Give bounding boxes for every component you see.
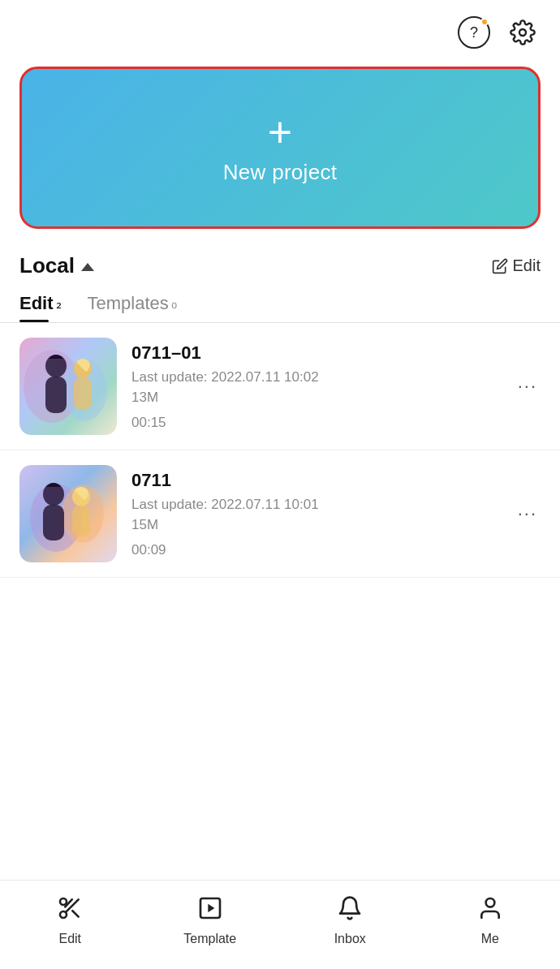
nav-template-label: Template (183, 932, 236, 946)
project-thumbnail[interactable] (19, 465, 117, 562)
local-title-wrap[interactable]: Local (19, 253, 94, 278)
bottom-nav: Edit Template Inbox Me (0, 880, 560, 969)
nav-edit-label: Edit (58, 932, 81, 946)
tab-edit-count: ₂ (56, 295, 62, 312)
nav-inbox-label: Inbox (334, 932, 366, 946)
tab-templates[interactable]: Templates₀ (88, 293, 177, 322)
svg-point-0 (519, 29, 526, 36)
project-more-button[interactable]: ··· (515, 369, 541, 403)
project-thumbnail[interactable] (19, 338, 117, 435)
template-icon (197, 895, 223, 927)
tab-templates-label: Templates (88, 293, 169, 314)
local-section-header: Local Edit (0, 253, 560, 278)
project-info: 0711 Last update: 2022.07.11 10:01 15M 0… (131, 470, 500, 558)
tabs-bar: Edit₂ Templates₀ (0, 293, 560, 323)
nav-item-template[interactable]: Template (140, 895, 281, 954)
project-info: 0711–01 Last update: 2022.07.11 10:02 13… (131, 342, 500, 431)
svg-rect-12 (72, 506, 90, 536)
tab-templates-count: ₀ (171, 295, 177, 312)
project-meta: Last update: 2022.07.11 10:01 15M (131, 494, 500, 536)
tab-edit-label: Edit (19, 293, 54, 314)
new-project-label: New project (223, 160, 338, 185)
chevron-up-icon (81, 263, 94, 271)
nav-item-inbox[interactable]: Inbox (280, 895, 420, 954)
svg-rect-4 (45, 377, 67, 413)
notification-dot (480, 18, 489, 26)
svg-marker-19 (208, 904, 214, 913)
nav-item-edit[interactable]: Edit (0, 895, 140, 954)
settings-button[interactable] (505, 15, 541, 50)
thumbnail-image-2 (19, 465, 117, 562)
scissors-icon (57, 895, 83, 927)
header: ? (0, 0, 560, 58)
edit-label: Edit (513, 256, 541, 275)
svg-point-20 (485, 898, 494, 907)
local-edit-button[interactable]: Edit (492, 256, 541, 275)
bell-icon (337, 895, 363, 927)
svg-rect-6 (74, 377, 92, 410)
local-title: Local (19, 253, 75, 278)
project-duration: 00:15 (131, 415, 500, 431)
thumbnail-decoration (19, 338, 117, 435)
nav-item-me[interactable]: Me (420, 895, 561, 954)
svg-point-13 (60, 898, 67, 905)
svg-rect-10 (43, 505, 64, 540)
help-button[interactable]: ? (456, 15, 492, 50)
project-meta: Last update: 2022.07.11 10:02 13M (131, 367, 500, 408)
svg-line-16 (73, 911, 79, 916)
project-list: 0711–01 Last update: 2022.07.11 10:02 13… (0, 323, 560, 578)
tab-edit[interactable]: Edit₂ (19, 293, 62, 322)
project-item: 0711–01 Last update: 2022.07.11 10:02 13… (0, 323, 560, 450)
thumbnail-image-1 (19, 338, 117, 435)
nav-me-label: Me (481, 932, 499, 946)
project-name: 0711 (131, 470, 500, 491)
thumbnail-decoration (19, 465, 117, 562)
project-duration: 00:09 (131, 542, 500, 558)
user-icon (477, 895, 503, 927)
plus-icon: + (268, 111, 292, 153)
edit-pencil-icon (492, 258, 508, 274)
project-name: 0711–01 (131, 342, 500, 364)
project-item: 0711 Last update: 2022.07.11 10:01 15M 0… (0, 450, 560, 578)
project-more-button[interactable]: ··· (515, 497, 541, 531)
settings-icon (506, 16, 539, 49)
new-project-button[interactable]: + New project (19, 67, 541, 229)
